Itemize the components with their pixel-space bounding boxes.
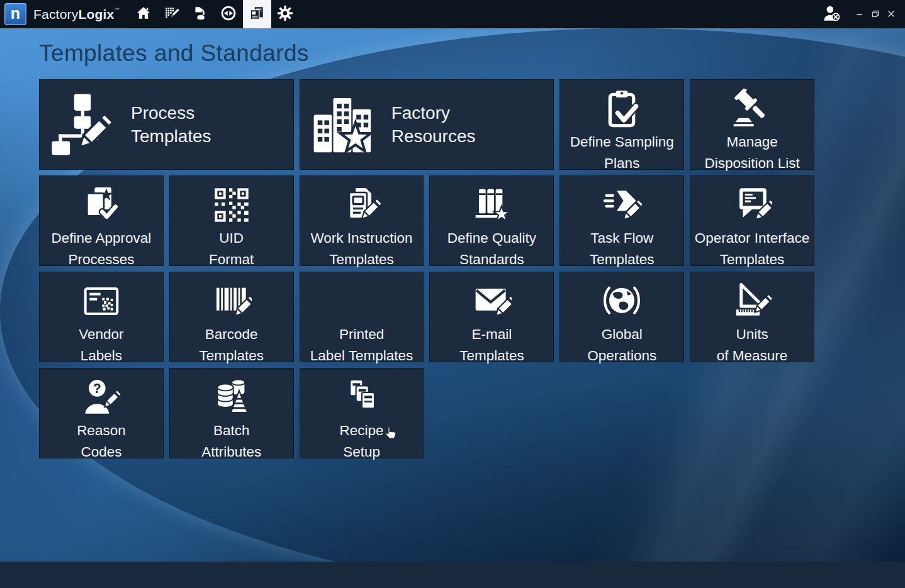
- tile-batch-attributes[interactable]: Batch Attributes: [169, 368, 294, 458]
- tile-printed-label-templates[interactable]: Printed Label Templates: [300, 272, 424, 362]
- restore-icon: [872, 9, 879, 20]
- nav-exchange[interactable]: [215, 0, 243, 28]
- tile-label-line: Barcode: [170, 324, 293, 345]
- tile-label: UID Format: [170, 228, 293, 270]
- tile-label-line: Global: [560, 324, 683, 345]
- tile-label: Units of Measure: [690, 324, 814, 366]
- tile-units-of-measure[interactable]: Units of Measure: [690, 272, 814, 362]
- tile-label-line: Templates: [560, 249, 683, 270]
- batch-attributes-icon: [211, 375, 252, 420]
- restore-button[interactable]: [870, 9, 880, 19]
- qr-code-icon: [211, 182, 252, 228]
- recipe-setup-icon: [342, 375, 382, 420]
- tile-process-templates[interactable]: Process Templates: [39, 79, 294, 170]
- work-instruction-icon: [342, 182, 382, 228]
- close-button[interactable]: [886, 9, 896, 19]
- tile-label: Task Flow Templates: [560, 228, 683, 270]
- tile-label: Process Templates: [131, 101, 211, 148]
- process-templates-icon: [49, 91, 116, 158]
- tile-label-line: Operator Interface: [690, 228, 814, 249]
- email-icon: [471, 279, 512, 324]
- brand-name: FactoryLogix™: [33, 7, 120, 22]
- tile-label-line: Templates: [131, 125, 211, 148]
- factory-resources-icon: [310, 91, 376, 158]
- tile-manage-disposition-list[interactable]: Manage Disposition List: [690, 79, 814, 170]
- quality-standards-icon: [471, 182, 512, 228]
- tile-label-line: Plans: [560, 153, 683, 174]
- task-flow-icon: [602, 182, 642, 228]
- tile-label-line: Format: [170, 249, 293, 270]
- tile-work-instruction-templates[interactable]: Work Instruction Templates: [300, 175, 424, 266]
- tile-barcode-templates[interactable]: Barcode Templates: [169, 272, 294, 362]
- templates-icon: [249, 5, 265, 24]
- tile-define-approval-processes[interactable]: Define Approval Processes: [39, 175, 164, 266]
- brand-factory: Factory: [33, 7, 78, 21]
- tile-label: Factory Resources: [391, 101, 476, 148]
- tile-label-line: Attributes: [170, 441, 293, 463]
- page-title: Templates and Standards: [39, 40, 309, 67]
- tile-label: Operator Interface Templates: [690, 228, 814, 270]
- nav-settings[interactable]: [271, 0, 300, 28]
- approval-processes-icon: [81, 182, 121, 228]
- home-icon: [135, 5, 152, 24]
- tile-reason-codes[interactable]: ? Reason Codes: [39, 368, 164, 458]
- nav-data-import[interactable]: [186, 0, 215, 28]
- tile-label-line: UID: [170, 228, 293, 249]
- sampling-plans-icon: [602, 86, 642, 131]
- tile-vendor-labels[interactable]: Vendor Labels: [39, 272, 164, 362]
- tile-label-line: Define Quality: [430, 228, 553, 249]
- tile-label-line: of Measure: [690, 345, 814, 367]
- tile-label: E-mail Templates: [430, 324, 553, 366]
- tile-label-line: Batch: [170, 420, 293, 441]
- tile-recipe-setup[interactable]: Recipe Setup: [300, 368, 424, 458]
- nav-templates-standards[interactable]: [243, 0, 271, 28]
- tile-label-line: Templates: [170, 345, 293, 367]
- tile-label-line: Templates: [430, 345, 553, 367]
- tile-task-flow-templates[interactable]: Task Flow Templates: [559, 175, 684, 266]
- tile-label: Barcode Templates: [170, 324, 293, 366]
- tile-label-line: Factory: [391, 101, 476, 125]
- tile-operator-interface-templates[interactable]: Operator Interface Templates: [690, 175, 814, 266]
- tile-label-line: Disposition List: [690, 153, 814, 174]
- tile-label-line: Work Instruction: [300, 228, 424, 249]
- tile-email-templates[interactable]: E-mail Templates: [429, 272, 554, 362]
- tile-label: Define Approval Processes: [40, 228, 163, 270]
- tile-label-line: Codes: [40, 441, 163, 463]
- minimize-button[interactable]: [855, 9, 865, 19]
- barcode-icon: [211, 279, 252, 324]
- tile-label: Reason Codes: [40, 420, 163, 462]
- user-button[interactable]: [822, 4, 841, 25]
- minimize-icon: [856, 9, 863, 20]
- tile-grid: Process Templates Factory Resources Defi…: [39, 79, 814, 458]
- tile-uid-format[interactable]: UID Format: [169, 175, 294, 266]
- vendor-labels-icon: [81, 279, 121, 324]
- tile-label: Vendor Labels: [40, 324, 163, 366]
- tile-label-line: Manage: [690, 131, 814, 153]
- tile-label-line: Define Approval: [40, 228, 163, 249]
- tile-define-sampling-plans[interactable]: Define Sampling Plans: [559, 79, 684, 170]
- units-measure-icon: [732, 279, 772, 324]
- tile-factory-resources[interactable]: Factory Resources: [300, 79, 554, 170]
- tile-label-line: Label Templates: [300, 345, 424, 367]
- tile-label-line: Setup: [300, 441, 424, 463]
- globe-icon: [602, 279, 642, 324]
- tile-global-operations[interactable]: Global Operations: [559, 272, 684, 362]
- topbar-nav: [130, 0, 300, 28]
- brand-logix: Logix: [78, 7, 114, 21]
- sync-circle-icon: [220, 5, 237, 24]
- tile-label: Work Instruction Templates: [300, 228, 424, 270]
- window-controls: [855, 9, 896, 19]
- tile-label: Recipe Setup: [300, 420, 424, 462]
- status-bar: [0, 562, 905, 588]
- nav-home[interactable]: [130, 0, 158, 28]
- tile-label-line: Templates: [690, 249, 814, 270]
- tile-label: Batch Attributes: [170, 420, 293, 462]
- tile-label-line: Templates: [300, 249, 424, 270]
- tile-define-quality-standards[interactable]: Define Quality Standards: [429, 175, 554, 266]
- tile-label-line: Operations: [560, 345, 683, 367]
- tile-label-line: Resources: [391, 125, 476, 148]
- tile-label-line: Task Flow: [560, 228, 683, 249]
- tile-label-line: Labels: [40, 345, 163, 367]
- nav-job-planning[interactable]: [158, 0, 186, 28]
- tile-label-line: E-mail: [430, 324, 553, 345]
